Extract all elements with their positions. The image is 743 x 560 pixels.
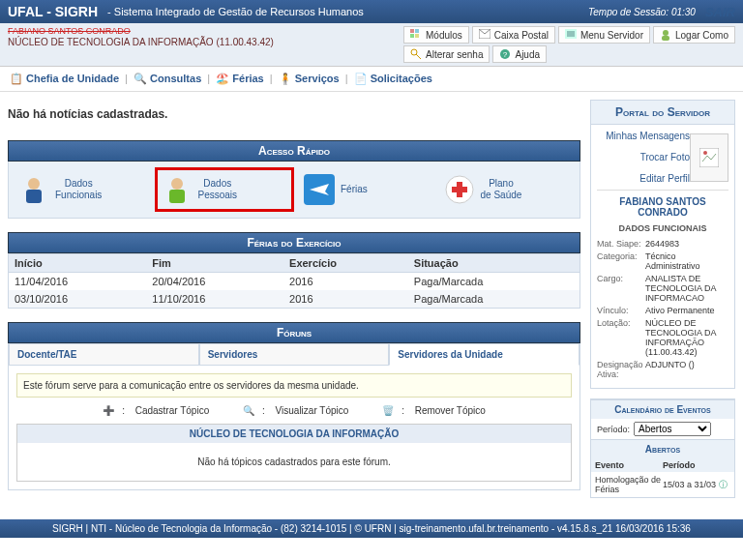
- svg-rect-10: [662, 36, 669, 41]
- person-suit-icon: [18, 174, 49, 205]
- svg-point-9: [663, 30, 669, 36]
- quick-dados-pessoais[interactable]: DadosPessoais: [155, 167, 295, 212]
- grid-icon: [410, 29, 422, 41]
- quick-dados-funcionais[interactable]: DadosFuncionais: [15, 167, 149, 212]
- inbox-button[interactable]: Caixa Postal: [472, 26, 555, 44]
- avatar: [690, 133, 728, 182]
- person-icon: 🧍: [279, 73, 292, 84]
- abertos-header: Abertos: [591, 439, 734, 458]
- col-inicio: Início: [9, 254, 147, 273]
- trash-icon: 🗑️: [382, 405, 394, 416]
- logout-link[interactable]: SAIR: [705, 5, 735, 19]
- menu-icon: [565, 29, 577, 41]
- svg-rect-0: [410, 29, 414, 33]
- field-lotacao: Lotação:NÚCLEO DE TECNOLOGIA DA INFORMAÇ…: [597, 318, 728, 357]
- forum-unit-box: NÚCLEO DE TECNOLOGIA DA INFORMAÇÃO Não h…: [16, 424, 572, 482]
- plus-icon: ➕: [103, 405, 114, 416]
- mail-icon: [479, 29, 490, 41]
- col-exercicio: Exercício: [283, 254, 408, 273]
- info-icon[interactable]: ⓘ: [719, 480, 728, 489]
- change-password-button[interactable]: Alterar senha: [403, 45, 490, 63]
- forum-unit-name: NÚCLEO DE TECNOLOGIA DA INFORMAÇÃO: [17, 425, 571, 443]
- svg-rect-3: [415, 34, 419, 38]
- event-header-row: EventoPeríodo: [591, 458, 734, 472]
- quick-plano-saude[interactable]: Planode Saúde: [440, 167, 575, 212]
- periodo-label: Período:: [597, 425, 630, 434]
- field-vinculo: Vínculo:Ativo Permanente: [597, 306, 728, 315]
- svg-point-17: [171, 178, 183, 190]
- top-bar: UFAL - SIGRH - Sistema Integrado de Gest…: [0, 0, 743, 23]
- foruns-header: Fóruns: [8, 322, 580, 343]
- nav-servicos[interactable]: Serviços: [295, 73, 340, 84]
- col-situacao: Situação: [408, 254, 580, 273]
- field-designacao: Designação Ativa:ADJUNTO (): [597, 360, 728, 379]
- tab-docente[interactable]: Docente/TAE: [9, 343, 199, 366]
- session-timer: Tempo de Sessão: 01:30: [588, 7, 696, 17]
- tab-servidores[interactable]: Servidores: [199, 343, 390, 366]
- search-icon: 🔍: [134, 73, 147, 84]
- plane-icon: [304, 174, 335, 205]
- svg-point-24: [703, 151, 707, 155]
- quick-access-header: Acesso Rápido: [8, 140, 580, 162]
- doc-icon: 📄: [354, 73, 368, 84]
- footer: SIGRH | NTI - Núcleo de Tecnologia da In…: [0, 519, 743, 538]
- logar-como-button[interactable]: Logar Como: [653, 26, 735, 44]
- secondary-bar: FABIANO SANTOS CONRADO NÚCLEO DE TECNOLO…: [0, 23, 743, 67]
- no-news-notice: Não há notícias cadastradas.: [8, 107, 580, 121]
- field-siape: Mat. Siape:2644983: [597, 239, 728, 249]
- quick-ferias[interactable]: Férias: [300, 167, 434, 212]
- nav-icon: 📋: [10, 73, 23, 84]
- dados-funcionais-header: DADOS FUNCIONAIS: [597, 223, 728, 233]
- forum-tabs: Docente/TAE Servidores Servidores da Uni…: [9, 343, 580, 366]
- help-icon: ?: [499, 48, 511, 60]
- svg-rect-1: [415, 29, 419, 33]
- calendar-title: Calendário de Eventos: [591, 399, 734, 419]
- editar-perfil-link[interactable]: Editar Perfil: [639, 173, 690, 184]
- forum-actions: ➕: Cadastrar Tópico 🔍: Visualizar Tópico…: [16, 405, 572, 416]
- ferias-table: Início Fim Exercício Situação 11/04/2016…: [8, 253, 580, 309]
- nav-menu: 📋 Chefia de Unidade | 🔍 Consultas | 🏖️ F…: [0, 67, 743, 92]
- person-icon: [660, 29, 671, 41]
- table-row: 11/04/201620/04/20162016Paga/Marcada: [9, 273, 580, 291]
- key-icon: [410, 48, 422, 60]
- quick-access-row: DadosFuncionais DadosPessoais Férias Pla…: [8, 162, 580, 219]
- svg-rect-22: [452, 187, 467, 192]
- calendar-box: Calendário de Eventos Período: Abertos A…: [590, 398, 735, 498]
- nav-consultas[interactable]: Consultas: [150, 73, 201, 84]
- ferias-header: Férias do Exercício: [8, 232, 580, 253]
- remove-topic-action[interactable]: 🗑️: Remover Tópico: [374, 405, 493, 416]
- svg-line-12: [416, 54, 421, 59]
- menu-servidor-button[interactable]: Menu Servidor: [558, 26, 650, 44]
- brand: UFAL - SIGRH: [8, 4, 98, 19]
- portal-title: Portal do Servidor: [591, 101, 734, 125]
- user-strike: FABIANO SANTOS CONRADO: [8, 26, 403, 36]
- nav-solicitacoes[interactable]: Solicitações: [371, 73, 432, 84]
- search-icon: 🔍: [243, 405, 254, 416]
- add-topic-action[interactable]: ➕: Cadastrar Tópico: [95, 405, 217, 416]
- periodo-select[interactable]: Abertos: [634, 422, 711, 436]
- nav-chefia[interactable]: Chefia de Unidade: [26, 73, 119, 84]
- nav-ferias[interactable]: Férias: [232, 73, 263, 84]
- modules-button[interactable]: Módulos: [403, 26, 469, 44]
- event-row: Homologação de Férias 15/03 a 31/03 ⓘ: [591, 472, 734, 497]
- help-button[interactable]: ?Ajuda: [492, 45, 547, 63]
- minhas-mensagens-link[interactable]: Minhas Mensagens: [606, 131, 690, 141]
- sun-icon: 🏖️: [216, 73, 229, 84]
- forum-info: Este fórum serve para a comunicação entr…: [16, 373, 572, 398]
- system-subtitle: - Sistema Integrado de Gestão de Recurso…: [107, 6, 588, 17]
- trocar-foto-link[interactable]: Trocar Foto: [640, 152, 690, 162]
- svg-rect-2: [410, 34, 414, 38]
- forum-box: Docente/TAE Servidores Servidores da Uni…: [8, 343, 580, 490]
- svg-rect-16: [26, 190, 42, 203]
- table-row: 03/10/201611/10/20162016Paga/Marcada: [9, 290, 580, 309]
- col-fim: Fim: [146, 254, 283, 273]
- user-dept: NÚCLEO DE TECNOLOGIA DA INFORMAÇÃO (11.0…: [8, 37, 403, 47]
- tab-servidores-unidade[interactable]: Servidores da Unidade: [389, 343, 580, 366]
- portal-box: Portal do Servidor Minhas Mensagens Troc…: [590, 100, 735, 389]
- broken-image-icon: [699, 148, 719, 167]
- svg-rect-18: [169, 190, 185, 203]
- view-topic-action[interactable]: 🔍: Visualizar Tópico: [235, 405, 356, 416]
- portal-username: FABIANO SANTOS CONRADO: [597, 196, 728, 218]
- svg-point-15: [28, 178, 40, 190]
- forum-empty: Não há tópicos cadastrados para este fór…: [17, 443, 571, 481]
